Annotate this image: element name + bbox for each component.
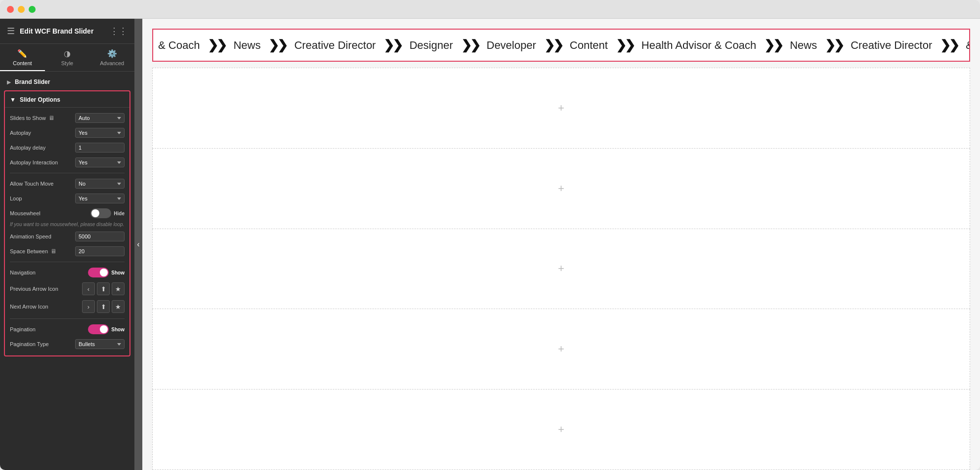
slide-item-9: Creative Director ❯❯ xyxy=(846,38,961,53)
autoplay-label: Autoplay xyxy=(10,130,72,136)
next-arrow-btn-upload[interactable]: ⬆ xyxy=(97,300,110,313)
more-options-icon[interactable]: ⋮⋮ xyxy=(110,26,128,37)
slide-text-5: Developer xyxy=(482,39,541,52)
pagination-type-row: Pagination Type Bullets Fraction Progres… xyxy=(5,337,129,352)
autoplay-interaction-select[interactable]: Yes No xyxy=(75,157,125,167)
slide-arrow-4: ❯❯ xyxy=(458,38,482,53)
sidebar-header-left: ☰ Edit WCF Brand Slider xyxy=(7,26,93,37)
animation-speed-control xyxy=(75,232,125,241)
app-body: ☰ Edit WCF Brand Slider ⋮⋮ ✏️ Content ◑ … xyxy=(0,19,980,470)
mousewheel-control: Hide xyxy=(90,208,125,218)
space-between-input[interactable] xyxy=(75,246,125,256)
maximize-button[interactable] xyxy=(29,6,36,13)
autoplay-interaction-row: Autoplay Interaction Yes No xyxy=(5,155,129,170)
next-arrow-label: Next Arrow Icon xyxy=(10,304,79,310)
slide-item-4: Designer ❯❯ xyxy=(404,38,481,53)
navigation-toggle-knob xyxy=(100,269,108,276)
divider-2 xyxy=(10,262,125,262)
autoplay-delay-control xyxy=(75,143,125,153)
content-tab-icon: ✏️ xyxy=(17,49,27,58)
pagination-row: Pagination Show xyxy=(5,322,129,337)
navigation-toggle-slider xyxy=(88,268,109,277)
divider-1 xyxy=(10,173,125,173)
autoplay-interaction-label: Autoplay Interaction xyxy=(10,159,72,165)
brand-slider-label: Brand Slider xyxy=(15,78,50,85)
add-section-3[interactable]: + xyxy=(152,229,970,310)
slides-to-show-select[interactable]: Auto 1 2 3 xyxy=(75,113,125,123)
add-section-2[interactable]: + xyxy=(152,149,970,229)
sidebar: ☰ Edit WCF Brand Slider ⋮⋮ ✏️ Content ◑ … xyxy=(0,19,134,470)
allow-touch-move-select[interactable]: No Yes xyxy=(75,179,125,189)
slides-to-show-label: Slides to Show 🖥 xyxy=(10,115,72,121)
navigation-toggle[interactable] xyxy=(88,268,109,277)
slide-arrow-2: ❯❯ xyxy=(265,38,289,53)
loop-select[interactable]: Yes No xyxy=(75,194,125,203)
tab-advanced[interactable]: ⚙️ Advanced xyxy=(89,44,134,71)
animation-speed-label: Animation Speed xyxy=(10,234,72,239)
slides-to-show-control: Auto 1 2 3 xyxy=(75,113,125,123)
slide-arrow-9: ❯❯ xyxy=(937,38,961,53)
prev-arrow-control: ‹ ⬆ ★ xyxy=(82,282,125,295)
slider-options-label: Slider Options xyxy=(20,96,60,103)
allow-touch-move-label: Allow Touch Move xyxy=(10,181,72,187)
space-between-row: Space Between 🖥 xyxy=(5,244,129,259)
slide-item-1b: & Coach ❯❯ xyxy=(961,38,970,53)
tab-style-label: Style xyxy=(61,60,73,66)
pagination-toggle-knob xyxy=(100,325,108,333)
autoplay-control: Yes No xyxy=(75,128,125,138)
tab-content[interactable]: ✏️ Content xyxy=(0,44,45,71)
tab-style[interactable]: ◑ Style xyxy=(45,44,90,71)
add-section-5[interactable]: + xyxy=(152,390,970,470)
minimize-button[interactable] xyxy=(18,6,25,13)
brand-slider-section-header[interactable]: ▶ Brand Slider xyxy=(0,72,134,90)
slide-text-9: Creative Director xyxy=(846,39,937,52)
slide-arrow-7: ❯❯ xyxy=(761,38,785,53)
mousewheel-toggle-label: Hide xyxy=(114,211,125,216)
slide-item-8: News ❯❯ xyxy=(785,38,846,53)
slide-arrow-3: ❯❯ xyxy=(381,38,404,53)
tab-content-label: Content xyxy=(13,60,32,66)
add-section-4[interactable]: + xyxy=(152,309,970,390)
autoplay-delay-label: Autoplay delay xyxy=(10,145,72,151)
main-content: & Coach ❯❯ News ❯❯ Creative Director ❯❯ … xyxy=(142,19,980,470)
slider-options-header[interactable]: ▼ Slider Options xyxy=(5,91,129,108)
advanced-tab-icon: ⚙️ xyxy=(107,49,117,58)
next-arrow-row: Next Arrow Icon › ⬆ ★ xyxy=(5,298,129,315)
pagination-control: Show xyxy=(88,324,125,334)
slide-text-3: Creative Director xyxy=(289,39,381,52)
prev-arrow-label: Previous Arrow Icon xyxy=(10,286,79,292)
prev-arrow-btn-star[interactable]: ★ xyxy=(112,282,125,295)
pagination-toggle[interactable] xyxy=(88,324,109,334)
navigation-control: Show xyxy=(88,268,125,277)
mousewheel-row: Mousewheel Hide xyxy=(5,206,129,221)
slide-item-1: & Coach ❯❯ xyxy=(153,38,228,53)
loop-control: Yes No xyxy=(75,194,125,203)
content-sections: + + + + + xyxy=(142,62,980,470)
slide-text-2: News xyxy=(228,39,265,52)
navigation-label: Navigation xyxy=(10,270,85,275)
pagination-type-select[interactable]: Bullets Fraction Progress xyxy=(75,339,125,349)
slide-text-4: Designer xyxy=(404,39,458,52)
prev-arrow-btn-upload[interactable]: ⬆ xyxy=(97,282,110,295)
close-button[interactable] xyxy=(7,6,14,13)
slide-text-6: Content xyxy=(565,39,613,52)
collapse-handle[interactable] xyxy=(134,19,142,470)
mousewheel-toggle[interactable] xyxy=(90,208,111,218)
sidebar-header: ☰ Edit WCF Brand Slider ⋮⋮ xyxy=(0,19,134,44)
autoplay-delay-input[interactable] xyxy=(75,143,125,153)
add-section-1[interactable]: + xyxy=(152,68,970,149)
monitor-icon: 🖥 xyxy=(48,115,54,121)
animation-speed-input[interactable] xyxy=(75,232,125,241)
slide-arrow-5: ❯❯ xyxy=(541,38,565,53)
mousewheel-toggle-knob xyxy=(91,209,99,217)
hamburger-icon[interactable]: ☰ xyxy=(7,26,15,37)
slide-item-6: Content ❯❯ xyxy=(565,38,637,53)
next-arrow-btn-right[interactable]: › xyxy=(82,300,95,313)
slide-item-3: Creative Director ❯❯ xyxy=(289,38,404,53)
autoplay-interaction-control: Yes No xyxy=(75,157,125,167)
autoplay-select[interactable]: Yes No xyxy=(75,128,125,138)
add-section-icon-2: + xyxy=(558,182,564,195)
slide-item-5: Developer ❯❯ xyxy=(482,38,565,53)
next-arrow-btn-star[interactable]: ★ xyxy=(112,300,125,313)
prev-arrow-btn-left[interactable]: ‹ xyxy=(82,282,95,295)
